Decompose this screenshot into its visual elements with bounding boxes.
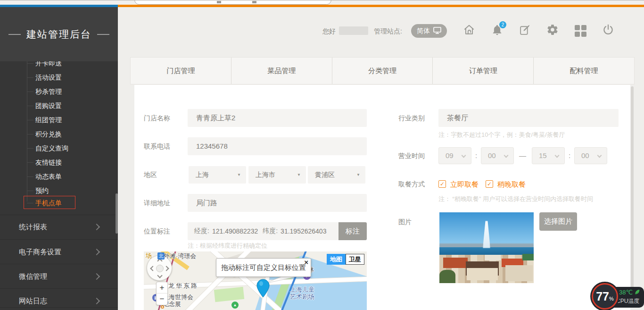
time-colon: :: [569, 151, 570, 159]
map-type-switch: 地图 卫星: [327, 254, 364, 265]
phone-input[interactable]: 12345678: [188, 137, 367, 155]
zoom-out-button[interactable]: −: [157, 293, 167, 305]
sidebar-section-statistics[interactable]: 统计报表: [19, 222, 47, 232]
address-input[interactable]: 局门路: [188, 194, 367, 212]
main-scrollbar-thumb[interactable]: [631, 86, 634, 307]
tab-order-management[interactable]: 订单管理: [433, 58, 534, 84]
photo-trees: [439, 270, 455, 283]
browser-top-strip: [0, 0, 644, 5]
logout-button[interactable]: [602, 24, 615, 37]
photo-building: [485, 255, 501, 260]
sidebar-item-points[interactable]: 积分兑换: [35, 129, 62, 139]
sidebar-section-ecommerce[interactable]: 电子商务设置: [19, 247, 61, 257]
home-button[interactable]: [462, 24, 476, 37]
latitude-label: 纬度:: [263, 227, 278, 235]
province-value: 上海: [196, 171, 209, 178]
location-note: 注：根据经纬度进行精确定位: [188, 242, 267, 250]
browser-address-bar[interactable]: [134, 0, 331, 5]
region-label: 地区: [144, 171, 157, 178]
sidebar-item-seckill[interactable]: 秒杀管理: [35, 86, 62, 97]
sidebar-item-teambuy[interactable]: 组团管理: [35, 115, 62, 125]
sidebar-divider: [0, 239, 118, 240]
pickup-later-checkbox[interactable]: ✓: [486, 180, 493, 188]
industry-label: 行业类别: [398, 114, 425, 122]
pan-right-icon: [164, 266, 169, 271]
time-dash: —: [519, 151, 526, 159]
language-switch-button[interactable]: 简体: [411, 24, 447, 38]
sidebar-item-groupbuy[interactable]: 团购设置: [35, 101, 62, 111]
map-zoom-control: + −: [156, 282, 168, 305]
sidebar-section-wechat[interactable]: 微信管理: [19, 272, 47, 281]
module-tabbar: 门店管理 菜品管理 分类管理 订单管理 配料管理: [130, 57, 635, 84]
photo-trees: [522, 254, 534, 260]
open-hour-select[interactable]: 09: [438, 147, 471, 164]
menu-tree-line: [27, 60, 27, 201]
store-photo: [439, 212, 534, 283]
map-type-map-button[interactable]: 地图: [327, 254, 346, 265]
home-icon: [463, 24, 475, 38]
cpu-monitor-widget[interactable]: 38℃ CPU温度 77 %: [592, 283, 644, 310]
pickup-now-label[interactable]: 立即取餐: [450, 180, 479, 189]
close-minute-select[interactable]: 00: [574, 147, 607, 164]
close-icon[interactable]: ×: [304, 259, 308, 266]
sidebar-header: 建站管理后台: [0, 7, 118, 61]
chevron-down-icon: [462, 153, 466, 158]
province-select[interactable]: 上海 ▼: [189, 166, 246, 184]
park-poi-icon: ▲: [231, 302, 239, 309]
sidebar-item-booking[interactable]: 预约: [35, 185, 49, 196]
city-select[interactable]: 上海市 ▼: [248, 166, 306, 184]
image-label: 图片: [398, 218, 412, 226]
choose-image-button[interactable]: 选择图片: [539, 212, 577, 231]
tab-dish-management[interactable]: 菜品管理: [231, 58, 332, 84]
settings-button[interactable]: [546, 24, 559, 37]
sidebar-item-dynamic-form[interactable]: 动态表单: [35, 171, 62, 182]
tab-category-management[interactable]: 分类管理: [332, 58, 433, 84]
cpu-usage-dial: 77 %: [592, 283, 618, 310]
chevron-right-icon: [93, 224, 100, 230]
phone-label: 联系电话: [144, 142, 170, 150]
tab-store-management[interactable]: 门店管理: [131, 58, 231, 84]
industry-input[interactable]: 茶餐厅: [438, 109, 619, 127]
longitude-label: 经度:: [194, 227, 209, 235]
sidebar-item-links[interactable]: 友情链接: [35, 157, 62, 168]
open-minute-select[interactable]: 00: [481, 147, 514, 164]
mark-location-button[interactable]: 标注: [339, 222, 367, 240]
store-name-input[interactable]: 青青原上草2: [188, 109, 367, 127]
tab-ingredient-management[interactable]: 配料管理: [534, 58, 634, 84]
zoom-in-button[interactable]: +: [157, 282, 167, 293]
pickup-now-checkbox[interactable]: ✓: [438, 180, 446, 188]
cpu-temperature-value: 38℃: [619, 289, 633, 296]
cpu-usage-percent-sign: %: [609, 288, 614, 309]
close-hour-value: 15: [539, 151, 547, 159]
address-bar-mark: [217, 1, 221, 3]
sidebar-scrollbar[interactable]: [116, 193, 118, 234]
map-type-satellite-button[interactable]: 卫星: [346, 254, 364, 265]
map-tooltip-bubble: 拖动标注可自定义目标位置 ×: [216, 258, 311, 277]
cpu-temperature: 38℃: [619, 289, 640, 296]
language-label: 简体: [417, 27, 430, 35]
sidebar: 建站管理后台 开卡即送 活动设置 秒杀管理 团购设置 组团管理 积分兑换 自定义…: [0, 7, 118, 310]
apps-button[interactable]: [574, 24, 587, 37]
close-minute-value: 00: [581, 151, 589, 159]
sidebar-item-custom-query[interactable]: 自定义查询: [35, 143, 68, 153]
map-pin[interactable]: [256, 279, 270, 298]
close-hour-select[interactable]: 15: [532, 147, 565, 164]
compose-button[interactable]: [518, 24, 531, 37]
location-coordinates-field[interactable]: 经度: 121.490882232 纬度: 31.1952626403: [188, 222, 339, 240]
pickup-later-label[interactable]: 稍晚取餐: [497, 180, 526, 189]
sidebar-section-site-log[interactable]: 网站日志: [19, 296, 47, 306]
cpu-usage-percent: 77: [596, 285, 609, 308]
sidebar-item-activity[interactable]: 活动设置: [35, 72, 62, 83]
pan-down-icon: [157, 273, 162, 278]
manage-site-label: 管理站点:: [374, 27, 402, 35]
chevron-right-icon: [93, 249, 100, 255]
chevron-down-icon: [597, 153, 602, 158]
district-select[interactable]: 黄浦区 ▼: [308, 166, 365, 184]
notifications-button[interactable]: 2: [490, 24, 504, 37]
sidebar-divider: [0, 264, 118, 264]
pan-left-icon: [150, 266, 155, 271]
map-label-road: 龙华东路: [168, 282, 198, 290]
notification-badge: 2: [499, 21, 506, 28]
sidebar-item-mobile-order[interactable]: 手机点单: [35, 198, 62, 208]
location-map[interactable]: 场 外滩·湾璟会 健康林 龙华东路 上海儿童 艺术剧场 上海世博会 纪念展 ▦ …: [144, 251, 367, 310]
